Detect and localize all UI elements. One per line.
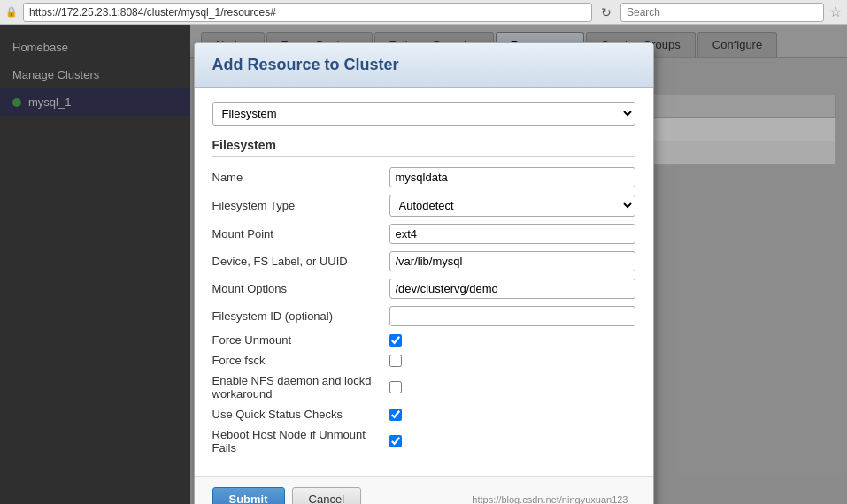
fsid-input[interactable] <box>389 306 635 326</box>
submit-button[interactable]: Submit <box>212 487 285 504</box>
bookmark-icon[interactable]: ☆ <box>829 4 842 20</box>
field-forcefsck-row: Force fsck <box>212 354 635 367</box>
watermark: https://blog.csdn.net/ningyuxuan123 <box>368 491 635 505</box>
address-bar[interactable] <box>23 3 592 22</box>
mountoptions-input[interactable] <box>389 279 635 299</box>
modal-overlay: Add Resource to Cluster Filesystem IP Ad… <box>0 25 847 504</box>
field-forcefsck-label: Force fsck <box>212 354 389 367</box>
field-forceunmount-label: Force Unmount <box>212 333 389 347</box>
field-reboothost-row: Reboot Host Node if Unmount Fails <box>212 428 635 454</box>
lock-icon: 🔒 <box>5 6 18 18</box>
modal-header: Add Resource to Cluster <box>195 43 653 88</box>
field-name-row: Name <box>212 167 635 187</box>
add-resource-modal: Add Resource to Cluster Filesystem IP Ad… <box>194 42 654 504</box>
field-fsid-label: Filesystem ID (optional) <box>212 309 389 323</box>
field-quickstatus-label: Use Quick Status Checks <box>212 408 389 421</box>
field-mountpoint-row: Mount Point <box>212 224 635 244</box>
field-name-label: Name <box>212 171 389 184</box>
fstype-select[interactable]: Autodetect ext4 ext3 xfs <box>389 195 635 217</box>
modal-footer: Submit Cancel https://blog.csdn.net/ning… <box>195 476 653 504</box>
forceunmount-checkbox[interactable] <box>389 334 402 347</box>
field-mountoptions-label: Mount Options <box>212 282 389 295</box>
name-input[interactable] <box>389 167 635 187</box>
modal-body: Filesystem IP Address NFS Mount Script F… <box>195 88 653 476</box>
nfsdaemon-checkbox[interactable] <box>389 381 402 393</box>
mountpoint-input[interactable] <box>389 224 635 244</box>
field-mountpoint-label: Mount Point <box>212 227 389 241</box>
resource-type-select[interactable]: Filesystem IP Address NFS Mount Script <box>212 102 635 126</box>
device-input[interactable] <box>389 251 635 271</box>
field-device-row: Device, FS Label, or UUID <box>212 251 635 271</box>
field-fstype-row: Filesystem Type Autodetect ext4 ext3 xfs <box>212 195 635 217</box>
field-nfsdaemon-label: Enable NFS daemon and lockd workaround <box>212 374 389 401</box>
field-nfsdaemon-row: Enable NFS daemon and lockd workaround <box>212 374 635 401</box>
quickstatus-checkbox[interactable] <box>389 409 402 421</box>
forcefsck-checkbox[interactable] <box>389 355 402 367</box>
field-fstype-label: Filesystem Type <box>212 199 389 212</box>
field-device-label: Device, FS Label, or UUID <box>212 255 389 268</box>
field-forceunmount-row: Force Unmount <box>212 333 635 347</box>
browser-bar: 🔒 ↻ ☆ <box>0 0 847 25</box>
field-mountoptions-row: Mount Options <box>212 279 635 299</box>
cancel-button[interactable]: Cancel <box>292 487 361 504</box>
field-reboothost-label: Reboot Host Node if Unmount Fails <box>212 428 389 454</box>
modal-title: Add Resource to Cluster <box>212 56 635 74</box>
field-fsid-row: Filesystem ID (optional) <box>212 306 635 326</box>
section-title: Filesystem <box>212 138 635 157</box>
refresh-button[interactable]: ↻ <box>597 5 615 19</box>
reboothost-checkbox[interactable] <box>389 435 402 447</box>
search-input[interactable] <box>620 3 824 22</box>
field-quickstatus-row: Use Quick Status Checks <box>212 408 635 421</box>
